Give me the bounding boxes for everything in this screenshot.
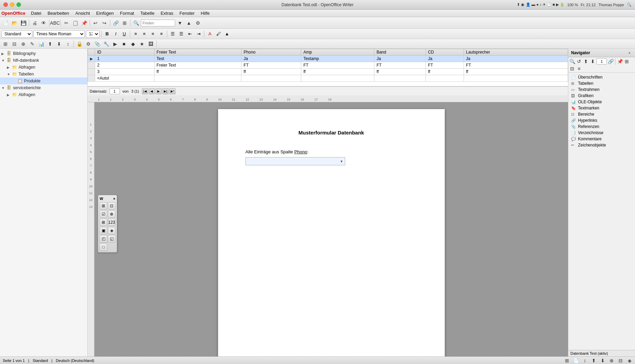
float-btn2[interactable]: ⊡ bbox=[108, 202, 115, 210]
float-btn8[interactable]: ◈ bbox=[108, 227, 115, 234]
float-btn1[interactable]: ⊞ bbox=[100, 202, 107, 210]
extra-btn7[interactable]: ⬇ bbox=[55, 40, 63, 48]
statusbar-btn7[interactable]: ⊟ bbox=[618, 358, 623, 363]
nav-item-hyperlinks[interactable]: 🔗 Hyperlinks bbox=[568, 117, 635, 124]
sidebar-item-hifi[interactable]: ▼ 🗄 hifi-datenbank bbox=[0, 57, 87, 64]
menu-bearbeiten[interactable]: Bearbeiten bbox=[45, 10, 72, 16]
cell-text[interactable]: ff bbox=[154, 69, 241, 75]
sidebar-item-produkte[interactable]: 📋 Produkte bbox=[0, 78, 87, 84]
nav-page-input[interactable] bbox=[597, 58, 607, 64]
close-button[interactable] bbox=[3, 2, 8, 7]
nav-item-bereiche[interactable]: ⊡ Bereiche bbox=[568, 111, 635, 117]
align-center-button[interactable]: ≡ bbox=[140, 30, 148, 38]
cell-id[interactable]: 3 bbox=[95, 69, 155, 75]
table-row[interactable]: ▶ 1 Test Ja Testamp Ja Ja Ja bbox=[88, 56, 568, 62]
nav-down-button[interactable]: ⬇ bbox=[590, 58, 596, 64]
cell-phono[interactable]: Ja bbox=[241, 56, 301, 62]
maximize-button[interactable] bbox=[16, 2, 21, 7]
extra-btn12[interactable]: 🔧 bbox=[102, 40, 110, 48]
find-next-button[interactable]: ▼ bbox=[176, 19, 184, 27]
nav-item-grafiken[interactable]: 🖼 Grafiken bbox=[568, 93, 635, 99]
menu-tabelle[interactable]: Tabelle bbox=[137, 10, 157, 16]
cell-text[interactable]: Test bbox=[154, 56, 241, 62]
size-select[interactable]: 12 bbox=[86, 30, 100, 38]
nav-btn3[interactable]: ⊟ bbox=[569, 66, 575, 72]
cell-cd[interactable]: ff bbox=[426, 69, 464, 75]
align-right-button[interactable]: ≡ bbox=[149, 30, 157, 38]
bold-button[interactable]: B bbox=[103, 30, 111, 38]
align-left-button[interactable]: ≡ bbox=[132, 30, 139, 38]
extra-btn2[interactable]: ⊟ bbox=[10, 40, 19, 48]
float-btn10[interactable]: ◱ bbox=[108, 235, 115, 243]
extra-btn9[interactable]: 🔒 bbox=[75, 40, 83, 48]
nav-btn2[interactable]: ⊞ bbox=[624, 58, 630, 64]
open-button[interactable]: 📂 bbox=[10, 19, 19, 27]
cell-id[interactable]: 2 bbox=[95, 62, 155, 69]
app-logo[interactable]: OpenOffice bbox=[1, 11, 25, 16]
style-select[interactable]: Standard bbox=[1, 30, 32, 38]
cell-amp[interactable] bbox=[301, 75, 374, 82]
menu-fenster[interactable]: Fenster bbox=[177, 10, 197, 16]
extra-btn4[interactable]: ✎ bbox=[28, 40, 36, 48]
new-record-button[interactable]: ▶* bbox=[169, 88, 175, 94]
cell-band[interactable] bbox=[374, 75, 426, 82]
paste-button[interactable]: 📌 bbox=[80, 19, 88, 27]
preview-button[interactable]: 👁 bbox=[39, 19, 48, 27]
table-row[interactable]: 3 ff ff ff ff ff ff bbox=[88, 69, 568, 75]
extra-btn13[interactable]: ▶ bbox=[111, 40, 119, 48]
float-close-button[interactable]: × bbox=[113, 197, 115, 201]
sidebar-item-tabellen[interactable]: ▼ 📁 Tabellen bbox=[0, 71, 87, 78]
find-button[interactable]: 🔍 bbox=[132, 19, 140, 27]
extra-btn10[interactable]: ⚙ bbox=[84, 40, 92, 48]
extra-btn17[interactable]: 🖼 bbox=[147, 40, 155, 48]
nav-search-button[interactable]: 🔍 bbox=[569, 58, 575, 64]
nav-btn1[interactable]: 📌 bbox=[617, 58, 623, 64]
sidebar-item-service[interactable]: ▼ 🗄 serviceberichte bbox=[0, 84, 87, 91]
cell-speaker[interactable]: Ja bbox=[464, 56, 568, 62]
statusbar-btn1[interactable]: ⊞ bbox=[564, 358, 570, 363]
highlight-button[interactable]: 🖊 bbox=[215, 30, 222, 38]
menu-hilfe[interactable]: Hilfe bbox=[198, 10, 213, 16]
cell-phono[interactable] bbox=[241, 75, 301, 82]
float-btn11[interactable]: □ bbox=[100, 243, 107, 251]
cell-id[interactable]: 1 bbox=[95, 56, 155, 62]
statusbar-btn3[interactable]: ↕ bbox=[582, 358, 588, 363]
list-button[interactable]: ☰ bbox=[169, 30, 177, 38]
copy-button[interactable]: 📋 bbox=[71, 19, 79, 27]
nav-item-referenzen[interactable]: 📎 Referenzen bbox=[568, 124, 635, 130]
last-record-button[interactable]: ▶| bbox=[162, 88, 169, 94]
navigator-close-button[interactable]: × bbox=[627, 50, 632, 56]
cell-text[interactable] bbox=[154, 75, 241, 82]
italic-button[interactable]: I bbox=[112, 30, 120, 38]
find-options-button[interactable]: ⚙ bbox=[194, 19, 202, 27]
first-record-button[interactable]: |◀ bbox=[142, 88, 148, 94]
nav-item-kommentare[interactable]: 💬 Kommentare bbox=[568, 136, 635, 142]
nav-item-uberschriften[interactable]: 📄 Überschriften bbox=[568, 74, 635, 80]
align-justify-button[interactable]: ≡ bbox=[158, 30, 165, 38]
cell-amp[interactable]: ff bbox=[301, 69, 374, 75]
extra-btn8[interactable]: ↕ bbox=[64, 40, 72, 48]
cell-speaker[interactable]: ff bbox=[464, 69, 568, 75]
table-button[interactable]: ⊞ bbox=[121, 19, 129, 27]
window-controls[interactable] bbox=[3, 2, 21, 7]
sidebar-item-abfragen1[interactable]: ▶ 📁 Abfragen bbox=[0, 64, 87, 71]
indent-button[interactable]: ⇥ bbox=[195, 30, 202, 38]
cell-amp[interactable]: FT bbox=[301, 62, 374, 69]
sidebar-item-abfragen2[interactable]: ▶ 📁 Abfragen bbox=[0, 91, 87, 98]
outdent-button[interactable]: ⇤ bbox=[186, 30, 194, 38]
statusbar-btn2[interactable]: 📄 bbox=[573, 358, 579, 363]
nav-item-zeichenobjekte[interactable]: ✏ Zeichenobjekte bbox=[568, 142, 635, 148]
nav-item-tabellen[interactable]: ⊞ Tabellen bbox=[568, 80, 635, 86]
float-btn4[interactable]: ⊕ bbox=[108, 210, 115, 218]
statusbar-btn4[interactable]: ⬆ bbox=[591, 358, 597, 363]
table-row[interactable]: 2 Freier Text FT FT FT FT FT bbox=[88, 62, 568, 69]
nav-item-textmarken[interactable]: 🔖 Textmarken bbox=[568, 105, 635, 111]
font-color-button[interactable]: A bbox=[206, 30, 214, 38]
menu-format[interactable]: Format bbox=[117, 10, 137, 16]
table-row[interactable]: <Autol bbox=[88, 75, 568, 82]
extra-btn6[interactable]: ⬆ bbox=[46, 40, 54, 48]
undo-button[interactable]: ↩ bbox=[91, 19, 100, 27]
cell-speaker[interactable]: FT bbox=[464, 62, 568, 69]
float-btn9[interactable]: ◰ bbox=[100, 235, 107, 243]
float-btn6[interactable]: 123 bbox=[108, 219, 115, 226]
